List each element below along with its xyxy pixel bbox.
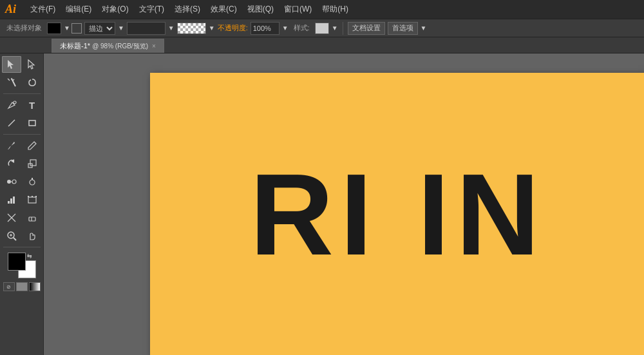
stroke-arrow: ▼ xyxy=(118,24,124,32)
tool-divider-2 xyxy=(3,134,41,135)
doc-settings-button[interactable]: 文档设置 xyxy=(348,22,385,35)
menu-bar: Ai 文件(F) 编辑(E) 对象(O) 文字(T) 选择(S) 效果(C) 视… xyxy=(0,0,644,19)
tool-row-8 xyxy=(2,191,42,208)
canvas-container: RI IN xyxy=(150,73,644,355)
tool-row-7 xyxy=(2,173,42,190)
svg-line-5 xyxy=(13,79,14,81)
direct-selection-tool[interactable] xyxy=(23,56,42,73)
menu-file[interactable]: 文件(F) xyxy=(25,0,61,19)
tool-row-3: T xyxy=(2,97,42,113)
artboard: RI IN xyxy=(150,73,644,355)
tool-row-1 xyxy=(2,56,42,73)
stroke-unit-arrow: ▼ xyxy=(168,24,175,32)
tool-row-2 xyxy=(2,74,42,91)
selection-label: 未选择对象 xyxy=(4,23,44,33)
tool-row-4 xyxy=(2,115,42,131)
svg-marker-1 xyxy=(28,60,34,69)
svg-rect-20 xyxy=(28,197,36,203)
document-tab[interactable]: 未标题-1* @ 98% (RGB/预览) × xyxy=(52,39,164,53)
svg-line-27 xyxy=(14,238,16,240)
svg-point-15 xyxy=(30,180,35,185)
hand-tool[interactable] xyxy=(23,227,42,244)
graph-tool[interactable] xyxy=(2,191,21,208)
opacity-input[interactable] xyxy=(251,22,279,35)
style-label: 样式: xyxy=(291,23,312,33)
tool-row-5 xyxy=(2,137,42,154)
menu-effect[interactable]: 效果(C) xyxy=(205,0,242,19)
pencil-tool[interactable] xyxy=(23,137,42,154)
svg-rect-11 xyxy=(30,160,36,166)
tool-row-9 xyxy=(2,209,42,226)
gradient-mode-button[interactable] xyxy=(29,282,41,291)
opacity-label: 不透明度: xyxy=(218,23,248,33)
magic-wand-tool[interactable] xyxy=(2,74,21,91)
svg-point-6 xyxy=(14,101,16,104)
tool-row-6 xyxy=(2,155,42,172)
canvas-area[interactable]: RI IN xyxy=(44,53,644,355)
prefs-arrow: ▼ xyxy=(421,24,427,32)
blend-tool[interactable] xyxy=(2,173,21,190)
swap-colors-icon[interactable]: ⇆ xyxy=(27,253,36,262)
color-swatches: ⇆ xyxy=(8,253,36,278)
tab-title: 未标题-1* @ 98% (RGB/预览) xyxy=(60,39,148,53)
style-arrow: ▼ xyxy=(332,24,338,32)
svg-rect-19 xyxy=(13,197,15,204)
fill-none-button[interactable]: ⊘ xyxy=(3,282,15,291)
svg-point-13 xyxy=(12,180,16,184)
svg-rect-18 xyxy=(10,198,12,204)
fill-color[interactable] xyxy=(47,23,61,34)
extra-tools: ⊘ xyxy=(3,282,41,291)
tab-close-button[interactable]: × xyxy=(152,39,156,53)
menu-object[interactable]: 对象(O) xyxy=(97,0,133,19)
toolbar: 未选择对象 ▼ 描边 ▼ ▼ ▼ 不透明度: ▼ 样式: ▼ 文档设置 首选项 … xyxy=(0,19,644,37)
stroke-indicator[interactable] xyxy=(71,23,82,34)
svg-point-12 xyxy=(7,180,11,184)
stroke-dropdown[interactable]: 描边 xyxy=(84,22,115,35)
selection-tool[interactable] xyxy=(2,56,21,73)
menu-view[interactable]: 视图(Q) xyxy=(242,0,279,19)
rectangle-tool[interactable] xyxy=(23,115,42,131)
paintbrush-tool[interactable] xyxy=(2,137,21,154)
svg-marker-0 xyxy=(8,60,14,69)
toolbox: T xyxy=(0,53,44,355)
eraser-tool[interactable] xyxy=(23,209,42,226)
zoom-tool[interactable] xyxy=(2,227,21,244)
stroke-value-input[interactable] xyxy=(127,22,166,35)
slice-tool[interactable] xyxy=(2,209,21,226)
type-tool[interactable]: T xyxy=(23,97,42,113)
rotate-tool[interactable] xyxy=(2,155,21,172)
line-tool[interactable] xyxy=(2,115,21,131)
menu-select[interactable]: 选择(S) xyxy=(169,0,205,19)
app-logo: Ai xyxy=(5,3,16,16)
preferences-button[interactable]: 首选项 xyxy=(388,22,418,35)
color-mode-button[interactable] xyxy=(16,282,28,291)
tool-divider-3 xyxy=(3,247,41,247)
tool-row-10 xyxy=(2,227,42,244)
svg-rect-8 xyxy=(29,120,35,126)
svg-rect-17 xyxy=(8,201,10,204)
svg-line-7 xyxy=(8,120,15,126)
workspace: T xyxy=(0,53,644,355)
separator-1 xyxy=(343,22,343,35)
symbol-sprayer-tool[interactable] xyxy=(23,173,42,190)
menu-type[interactable]: 文字(T) xyxy=(134,0,169,19)
svg-rect-24 xyxy=(29,217,35,221)
menu-edit[interactable]: 编辑(E) xyxy=(61,0,97,19)
foreground-color-swatch[interactable] xyxy=(8,253,26,271)
tool-divider-1 xyxy=(3,93,41,94)
svg-line-3 xyxy=(8,79,10,81)
menu-help[interactable]: 帮助(H) xyxy=(317,0,354,19)
pen-tool[interactable] xyxy=(2,97,21,113)
opacity-arrow: ▼ xyxy=(282,24,289,32)
style-box[interactable] xyxy=(315,23,329,34)
scale-tool[interactable] xyxy=(23,155,42,172)
tab-bar: 未标题-1* @ 98% (RGB/预览) × xyxy=(0,37,644,53)
artboard-tool[interactable] xyxy=(23,191,42,208)
lasso-tool[interactable] xyxy=(23,74,42,91)
checker-arrow: ▼ xyxy=(209,24,215,32)
arrow-icon: ▼ xyxy=(64,24,70,32)
artboard-text: RI IN xyxy=(250,148,546,282)
transparency-indicator xyxy=(177,23,206,34)
menu-window[interactable]: 窗口(W) xyxy=(279,0,317,19)
